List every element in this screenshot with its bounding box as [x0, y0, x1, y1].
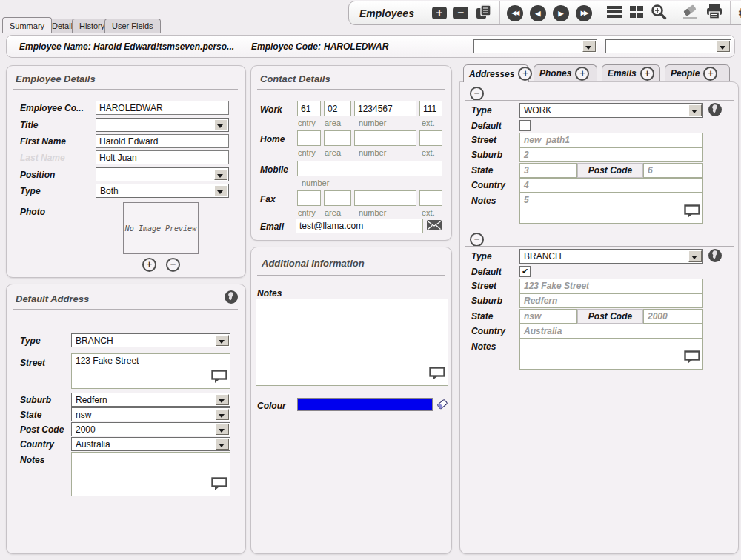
address-notes-textarea[interactable] [71, 452, 230, 496]
chevron-down-icon[interactable] [216, 424, 229, 435]
home-area-input[interactable] [324, 130, 351, 146]
card-state-input[interactable]: 3 [519, 163, 577, 178]
remove-address-button[interactable]: − [470, 233, 484, 247]
card-state-input[interactable]: nsw [519, 309, 577, 324]
list-view-icon[interactable] [606, 5, 622, 21]
zoom-icon[interactable] [651, 4, 667, 23]
work-cntry-input[interactable] [297, 101, 321, 116]
remove-address-button[interactable]: − [470, 87, 484, 101]
card-street-input[interactable]: new_path1 [519, 133, 703, 147]
copy-record-icon[interactable] [475, 4, 493, 23]
employee-details-title: Employee Details [16, 73, 96, 84]
work-number-input[interactable] [354, 101, 416, 116]
address-type-dropdown[interactable]: BRANCH [71, 333, 230, 347]
home-phone-label: Home [260, 134, 285, 144]
chevron-down-icon[interactable] [214, 169, 227, 180]
tab-emails[interactable]: Emails+ [602, 64, 660, 81]
chevron-down-icon[interactable] [688, 104, 702, 116]
notes-bubble-icon[interactable] [211, 477, 227, 493]
card-suburb-input[interactable]: 2 [519, 147, 703, 162]
chevron-down-icon[interactable] [582, 41, 596, 52]
card-address-type-dropdown[interactable]: BRANCH [519, 249, 703, 264]
chevron-down-icon[interactable] [216, 439, 229, 450]
card-address-type-dropdown[interactable]: WORK [519, 103, 703, 118]
home-number-input[interactable] [354, 130, 416, 146]
chevron-down-icon[interactable] [216, 394, 229, 405]
home-ext-input[interactable] [419, 130, 442, 146]
tab-people[interactable]: People+ [665, 64, 730, 81]
chevron-down-icon[interactable] [717, 41, 730, 52]
globe-icon[interactable] [224, 290, 239, 307]
card-notes-textarea[interactable]: 5 [519, 193, 703, 224]
colour-clear-icon[interactable] [436, 397, 449, 413]
add-record-icon[interactable]: + [432, 7, 447, 19]
globe-icon[interactable] [708, 102, 722, 120]
grid-view-icon[interactable] [629, 5, 644, 21]
employee-code-input[interactable] [96, 101, 229, 115]
add-person-icon[interactable]: + [703, 67, 717, 81]
card-post-code-input[interactable]: 2000 [643, 309, 703, 324]
add-email-icon[interactable]: + [640, 67, 654, 81]
country-label: Country [20, 439, 54, 450]
work-area-input[interactable] [324, 101, 351, 116]
email-envelope-icon[interactable] [427, 220, 442, 233]
print-icon[interactable] [705, 4, 723, 23]
chevron-down-icon[interactable] [214, 119, 227, 130]
tab-user-fields[interactable]: User Fields [104, 19, 161, 33]
clear-icon[interactable] [681, 4, 699, 23]
default-checkbox[interactable]: ✔ [519, 266, 531, 277]
last-record-icon[interactable]: ▶▶ [576, 5, 592, 21]
notes-bubble-icon[interactable] [684, 350, 700, 367]
fax-number-input[interactable] [354, 190, 416, 206]
fax-area-input[interactable] [324, 190, 351, 206]
first-name-input[interactable] [96, 134, 229, 148]
card-country-input[interactable]: 4 [519, 178, 703, 193]
last-name-input[interactable] [96, 150, 229, 164]
suburb-dropdown[interactable]: Redfern [71, 393, 230, 407]
employee-type-dropdown[interactable]: Both [96, 184, 229, 198]
position-dropdown[interactable] [96, 167, 229, 181]
header-filter-dropdown-2[interactable] [605, 39, 731, 53]
default-checkbox[interactable] [519, 120, 531, 131]
chevron-down-icon[interactable] [216, 335, 229, 346]
card-post-code-input[interactable]: 6 [643, 163, 703, 178]
notes-bubble-icon[interactable] [211, 370, 227, 386]
first-record-icon[interactable]: ◀◀ [507, 5, 523, 21]
remove-record-icon[interactable]: − [453, 7, 468, 19]
settings-icon[interactable]: ⚙ [737, 5, 741, 21]
card-street-input[interactable]: 123 Fake Street [519, 279, 703, 293]
card-notes-textarea[interactable] [519, 339, 703, 370]
add-phone-icon[interactable]: + [575, 67, 589, 81]
next-record-icon[interactable]: ▶ [553, 5, 569, 21]
globe-icon[interactable] [708, 248, 722, 266]
previous-record-icon[interactable]: ◀ [530, 5, 546, 21]
chevron-down-icon[interactable] [216, 409, 229, 420]
tab-phones[interactable]: Phones+ [534, 64, 597, 81]
card-suburb-input[interactable]: Redfern [519, 293, 703, 308]
chevron-down-icon[interactable] [214, 185, 227, 196]
notes-bubble-icon[interactable] [429, 367, 445, 383]
photo-remove-button[interactable]: − [166, 258, 180, 272]
card-country-input[interactable]: Australia [519, 324, 703, 339]
email-input[interactable] [296, 219, 423, 233]
home-cntry-input[interactable] [297, 130, 321, 146]
fax-cntry-input[interactable] [297, 190, 321, 206]
street-textarea[interactable]: 123 Fake Street [71, 353, 230, 389]
state-dropdown[interactable]: nsw [71, 407, 230, 421]
fax-ext-input[interactable] [419, 190, 442, 206]
additional-notes-textarea[interactable] [256, 299, 448, 386]
colour-swatch[interactable] [297, 398, 433, 411]
post-code-dropdown[interactable]: 2000 [71, 422, 230, 436]
tab-addresses[interactable]: Addresses+ [463, 64, 529, 82]
work-ext-input[interactable] [419, 101, 442, 116]
photo-add-button[interactable]: + [142, 258, 156, 272]
add-address-icon[interactable]: + [518, 67, 532, 81]
colour-label: Colour [257, 401, 286, 411]
mobile-number-input[interactable] [297, 161, 442, 176]
title-dropdown[interactable] [96, 118, 229, 132]
notes-bubble-icon[interactable] [684, 204, 700, 221]
tab-summary[interactable]: Summary [2, 17, 52, 33]
country-dropdown[interactable]: Australia [71, 437, 230, 451]
header-filter-dropdown-1[interactable] [473, 39, 597, 53]
chevron-down-icon[interactable] [688, 250, 702, 262]
